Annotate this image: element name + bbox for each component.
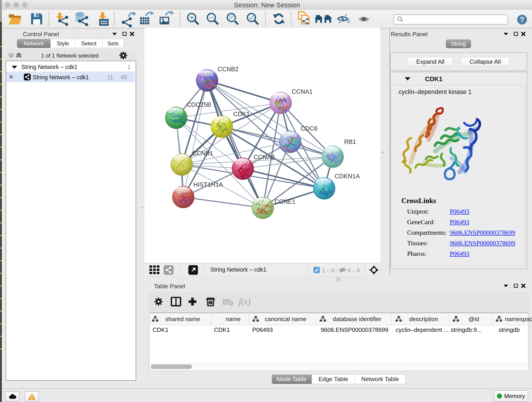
svg-text:CDK1: CDK1: [233, 111, 250, 118]
svg-text:CDKN1A: CDKN1A: [335, 173, 360, 180]
svg-text:RB1: RB1: [344, 138, 356, 145]
svg-text:CDC25B: CDC25B: [187, 101, 211, 108]
svg-text:f(x): f(x): [239, 297, 250, 306]
svg-text:CCNA2: CCNA2: [254, 154, 275, 161]
svg-text:HIST1H1A: HIST1H1A: [193, 181, 223, 188]
svg-text:CCNB1: CCNB1: [192, 150, 213, 157]
svg-text:CCNB2: CCNB2: [218, 66, 239, 73]
svg-text:CCNA1: CCNA1: [292, 88, 313, 95]
svg-text:CDC6: CDC6: [301, 125, 317, 132]
svg-text:CCNE1: CCNE1: [274, 198, 296, 205]
